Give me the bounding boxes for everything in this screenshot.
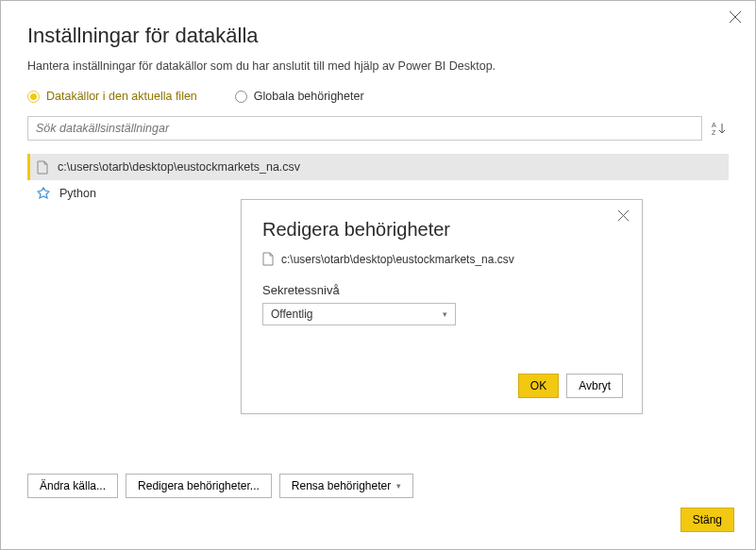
radio-icon xyxy=(27,91,40,103)
page-subtitle: Hantera inställningar för datakällor som… xyxy=(27,59,729,73)
dropdown-value: Offentlig xyxy=(271,308,312,321)
file-icon xyxy=(262,252,274,266)
list-item-label: Python xyxy=(59,187,96,200)
svg-text:A: A xyxy=(712,122,716,128)
python-icon xyxy=(37,187,50,200)
edit-permissions-dialog: Redigera behörigheter c:\users\otarb\des… xyxy=(241,199,643,414)
list-item[interactable]: c:\users\otarb\desktop\eustockmarkets_na… xyxy=(27,154,729,180)
ok-button[interactable]: OK xyxy=(518,374,559,398)
radio-global-permissions[interactable]: Globala behörigheter xyxy=(235,90,364,103)
close-icon[interactable] xyxy=(617,209,630,223)
privacy-label: Sekretessnivå xyxy=(262,283,621,297)
svg-marker-5 xyxy=(38,188,49,198)
chevron-down-icon: ▾ xyxy=(443,309,447,319)
radio-label: Datakällor i den aktuella filen xyxy=(46,90,197,103)
privacy-dropdown[interactable]: Offentlig ▾ xyxy=(262,303,456,325)
search-input[interactable] xyxy=(27,116,702,141)
edit-permissions-button[interactable]: Redigera behörigheter... xyxy=(126,474,272,498)
radio-label: Globala behörigheter xyxy=(254,90,364,103)
cancel-button[interactable]: Avbryt xyxy=(566,374,623,398)
dialog-title: Redigera behörigheter xyxy=(262,219,621,241)
radio-current-file[interactable]: Datakällor i den aktuella filen xyxy=(27,90,197,103)
button-label: Rensa behörigheter xyxy=(292,479,391,492)
close-icon[interactable] xyxy=(729,10,744,25)
dialog-path: c:\users\otarb\desktop\eustockmarkets_na… xyxy=(281,253,514,266)
chevron-down-icon: ▾ xyxy=(396,481,401,491)
svg-text:Z: Z xyxy=(712,129,716,136)
close-button[interactable]: Stäng xyxy=(680,508,734,532)
change-source-button[interactable]: Ändra källa... xyxy=(27,474,118,498)
list-item-label: c:\users\otarb\desktop\eustockmarkets_na… xyxy=(58,160,300,174)
page-title: Inställningar för datakälla xyxy=(27,24,729,48)
radio-icon xyxy=(235,91,247,103)
clear-permissions-button[interactable]: Rensa behörigheter ▾ xyxy=(279,474,413,498)
file-icon xyxy=(37,160,48,175)
sort-az-icon[interactable]: A Z xyxy=(710,118,729,139)
